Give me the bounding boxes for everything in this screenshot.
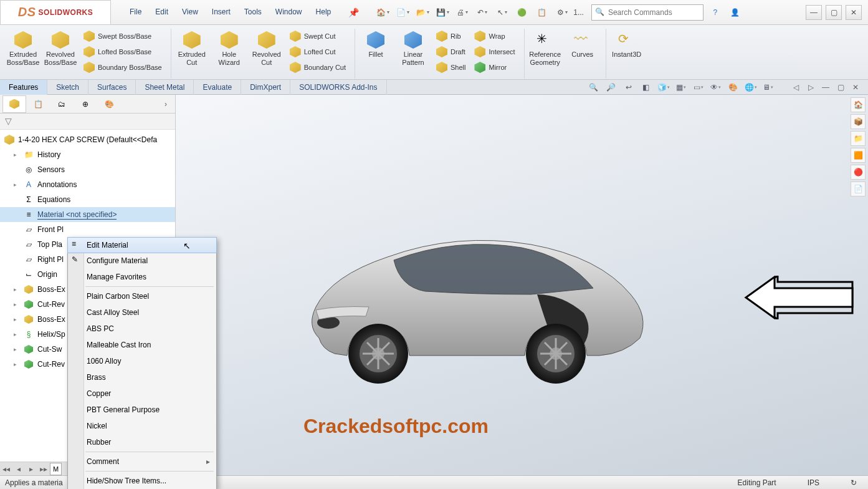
context-item-6[interactable]: ABS PC (68, 321, 216, 337)
context-item-12[interactable]: Nickel (68, 418, 216, 434)
boundary-cut-button[interactable]: Boundary Cut (286, 60, 350, 75)
reference-geometry-button[interactable]: ✳ Reference Geometry (527, 29, 563, 79)
context-item-4[interactable]: Plain Carbon Steel (68, 288, 216, 304)
scroll-prev-icon[interactable]: ◂ (12, 463, 25, 475)
draft-button[interactable]: Draft (432, 44, 469, 59)
rebuild-button[interactable]: 🟢 (513, 4, 530, 21)
menu-view[interactable]: View (176, 4, 204, 21)
doc-tab[interactable]: M (50, 463, 62, 475)
doc-restore-icon[interactable]: ▢ (834, 81, 847, 94)
previous-view-icon[interactable]: ↩ (621, 80, 636, 94)
qat-overflow[interactable]: 1... (573, 8, 584, 17)
settings-button[interactable]: ⚙ (553, 4, 570, 21)
tab-sketch[interactable]: Sketch (47, 80, 88, 95)
view-settings-icon[interactable]: 🌐 (743, 80, 758, 94)
options-icon[interactable]: 📋 (533, 4, 550, 21)
revolved-cut-button[interactable]: Revolved Cut (249, 29, 285, 79)
zoom-fit-icon[interactable]: 🔍 (586, 80, 601, 94)
curves-button[interactable]: 〰 Curves (565, 29, 601, 79)
boundary-boss-button[interactable]: Boundary Boss/Base (80, 60, 166, 75)
minimize-button[interactable]: — (806, 5, 822, 20)
context-item-10[interactable]: Copper (68, 385, 216, 402)
tab-dimxpert[interactable]: DimXpert (241, 80, 290, 95)
scroll-right-icon[interactable]: ▸▸ (37, 463, 50, 475)
section-view-icon[interactable]: ◧ (639, 80, 654, 94)
select-button[interactable]: ↖ (494, 4, 510, 21)
pin-icon[interactable]: 📌 (342, 4, 365, 21)
doc-next-icon[interactable]: ▷ (804, 81, 817, 94)
context-item-11[interactable]: PBT General Purpose (68, 402, 216, 418)
status-units[interactable]: IPS (801, 478, 826, 487)
print-button[interactable]: 🖨 (454, 4, 470, 21)
configuration-manager-tab[interactable]: 🗂 (50, 95, 74, 113)
wrap-button[interactable]: Wrap (470, 29, 518, 44)
scroll-left-icon[interactable]: ◂◂ (0, 463, 12, 475)
zoom-area-icon[interactable]: 🔎 (604, 80, 619, 94)
taskpane-view-icon[interactable]: 🟧 (851, 148, 866, 163)
dimxpert-manager-tab[interactable]: ⊕ (74, 95, 97, 113)
search-input[interactable] (608, 5, 703, 20)
scroll-next-icon[interactable]: ▸ (25, 463, 37, 475)
graphics-viewport[interactable]: Crackedsoftpc.com 🏠 📦 📁 🟧 🔴 📄 (176, 95, 868, 475)
swept-cut-button[interactable]: Swept Cut (286, 29, 350, 44)
tree-root[interactable]: 1-4-20 HEX CAP SCREW (Default<<Defa (0, 132, 175, 147)
doc-close-icon[interactable]: ✕ (849, 81, 862, 94)
tree-sensors[interactable]: ◎Sensors (0, 162, 175, 177)
help-button[interactable]: ? (707, 4, 723, 21)
context-item-5[interactable]: Cast Alloy Steel (68, 304, 216, 321)
tab-evaluate[interactable]: Evaluate (194, 80, 241, 95)
context-item-17[interactable]: Hide/Show Tree Items... (68, 473, 216, 489)
tab-sheet-metal[interactable]: Sheet Metal (136, 80, 194, 95)
search-commands[interactable] (591, 4, 703, 21)
context-item-9[interactable]: Brass (68, 369, 216, 385)
doc-minimize-icon[interactable]: — (819, 81, 832, 94)
doc-prev-icon[interactable]: ◁ (789, 81, 802, 94)
lofted-cut-button[interactable]: Lofted Cut (286, 44, 350, 59)
taskpane-home-icon[interactable]: 🏠 (851, 97, 866, 112)
view-orientation-icon[interactable]: 🧊 (656, 80, 671, 94)
tree-history[interactable]: ▸📁History (0, 147, 175, 162)
instant3d-button[interactable]: ⟳ Instant3D (609, 29, 645, 79)
revolved-boss-button[interactable]: Revolved Boss/Base (42, 29, 79, 79)
menu-file[interactable]: File (123, 4, 148, 21)
open-button[interactable]: 📂 (414, 4, 430, 21)
extruded-boss-button[interactable]: Extruded Boss/Base (5, 29, 41, 79)
close-button[interactable]: ✕ (846, 5, 862, 20)
home-button[interactable]: 🏠 (374, 4, 390, 21)
context-item-15[interactable]: Comment (68, 453, 216, 470)
fillet-button[interactable]: Fillet (358, 29, 394, 79)
tab-features[interactable]: Features (0, 80, 47, 95)
property-manager-tab[interactable]: 📋 (26, 95, 50, 113)
save-button[interactable]: 💾 (434, 4, 450, 21)
menu-window[interactable]: Window (269, 4, 308, 21)
status-rebuild-icon[interactable]: ↻ (844, 478, 863, 487)
display-icon[interactable]: 🖥 (761, 80, 776, 94)
new-button[interactable]: 📄 (394, 4, 410, 21)
hole-wizard-button[interactable]: Hole Wizard (211, 29, 247, 79)
undo-button[interactable]: ↶ (474, 4, 490, 21)
extruded-cut-button[interactable]: Extruded Cut (174, 29, 210, 79)
tree-filter[interactable]: ▽ (0, 114, 175, 130)
context-item-8[interactable]: 1060 Alloy (68, 353, 216, 369)
intersect-button[interactable]: Intersect (470, 44, 518, 59)
maximize-button[interactable]: ▢ (826, 5, 842, 20)
shell-button[interactable]: Shell (432, 60, 469, 75)
context-item-0[interactable]: ≡Edit Material (67, 237, 217, 253)
swept-boss-button[interactable]: Swept Boss/Base (80, 29, 166, 44)
context-item-7[interactable]: Malleable Cast Iron (68, 337, 216, 353)
taskpane-resources-icon[interactable]: 📦 (851, 114, 866, 129)
menu-edit[interactable]: Edit (149, 4, 174, 21)
hide-show-icon[interactable]: ▭ (691, 80, 706, 94)
expand-manager-icon[interactable]: › (159, 100, 173, 109)
feature-manager-tab[interactable] (2, 95, 26, 113)
tree-equations[interactable]: ΣEquations (0, 192, 175, 207)
lofted-boss-button[interactable]: Lofted Boss/Base (80, 44, 166, 59)
tree-annotations[interactable]: ▸AAnnotations (0, 177, 175, 192)
mirror-button[interactable]: Mirror (470, 60, 518, 75)
linear-pattern-button[interactable]: Linear Pattern (395, 29, 431, 79)
tree-front-plane[interactable]: ▱Front Pl (0, 222, 175, 237)
user-icon[interactable]: 👤 (727, 4, 743, 21)
tab-addins[interactable]: SOLIDWORKS Add-Ins (290, 80, 386, 95)
rib-button[interactable]: Rib (432, 29, 469, 44)
context-item-1[interactable]: ✎Configure Material (68, 253, 216, 269)
